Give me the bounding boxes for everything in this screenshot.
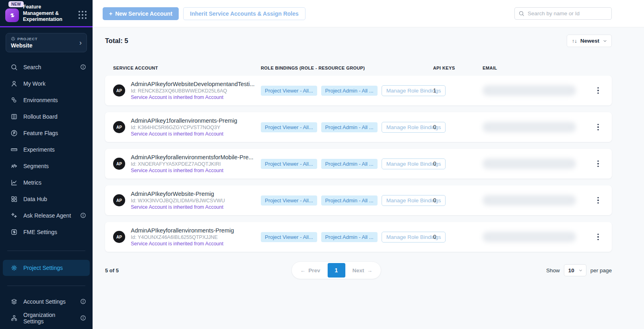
chevron-down-icon <box>603 39 607 43</box>
email-redacted <box>483 195 576 206</box>
sidebar-item-my-work[interactable]: My Work <box>0 75 93 92</box>
sidebar-item-metrics[interactable]: Metrics <box>0 174 93 191</box>
cube-icon <box>11 37 15 41</box>
sidebar-item-rollout-board[interactable]: Rollout Board <box>0 108 93 125</box>
sidebar-item-environments[interactable]: Environments <box>0 92 93 108</box>
content-area: Total: 5 ↑↓ Newest SERVICE ACCOUNT ROLE … <box>93 27 644 329</box>
sort-dropdown[interactable]: ↑↓ Newest <box>567 35 612 47</box>
sidebar-item-organization-settings[interactable]: Organization Settings <box>0 310 93 326</box>
email-redacted <box>483 232 576 242</box>
page-size-select[interactable]: 10 <box>564 264 586 276</box>
inherited-note: Service Account is inherited from Accoun… <box>131 95 255 100</box>
line-chart-icon <box>10 179 18 186</box>
search-input[interactable] <box>514 7 612 20</box>
table-row: AP AdminAPIkeyforallenvironments-Premig … <box>105 222 612 252</box>
role-badge: Project Admin - All ... <box>321 159 378 169</box>
next-page-button[interactable]: Next → <box>345 267 380 273</box>
role-badge: Project Admin - All ... <box>321 86 378 96</box>
table-row: AP AdminAPIkeyforWebsiteDevelopmentandTe… <box>105 76 612 105</box>
row-menu-button[interactable] <box>594 87 602 94</box>
board-columns-icon <box>10 113 18 120</box>
ruler-icon <box>10 146 18 153</box>
table-row: AP AdminAPIkey1forallenvironments-Premig… <box>105 112 612 142</box>
service-account-name: AdminAPIkey1forallenvironments-Premig <box>131 117 237 124</box>
col-email: EMAIL <box>483 66 590 70</box>
search-icon <box>10 64 18 71</box>
service-account-id: Id: K364HIC5RI6GZGYCPVST7NOQ3Y <box>131 125 237 130</box>
row-menu-button[interactable] <box>594 124 602 131</box>
row-menu-button[interactable] <box>594 197 602 204</box>
prev-page-button[interactable]: ← Prev <box>293 267 328 273</box>
service-account-id: Id: Y4OUNXZ46A6IBL6255QTPXJJNE <box>131 234 234 240</box>
chevron-right-icon: › <box>79 39 82 46</box>
sidebar-item-fme-settings[interactable]: FME Settings <box>0 224 93 240</box>
role-badge: Project Viewer - All... <box>261 159 317 169</box>
search-icon <box>518 10 524 16</box>
results-count: 5 of 5 <box>105 267 153 273</box>
row-menu-button[interactable] <box>594 160 602 167</box>
grid-squares-icon <box>10 195 18 203</box>
service-account-id: Id: RENCKBZ3XQ6UBBWWEDKD25L6AQ <box>131 88 255 94</box>
sidebar-item-segments[interactable]: Segments <box>0 158 93 174</box>
show-label: Show <box>546 267 560 273</box>
col-role-bindings: ROLE BINDINGS (ROLE - RESOURCE GROUP) <box>261 66 433 70</box>
inherit-service-accounts-button[interactable]: Inherit Service Accounts & Assign Roles <box>183 7 305 20</box>
app-title: Feature Management & Experimentation <box>23 4 72 23</box>
role-badge: Project Admin - All ... <box>321 232 378 242</box>
col-api-keys: API KEYS <box>433 66 483 70</box>
project-name: Website <box>11 42 37 49</box>
api-keys-count: 0 <box>433 124 483 130</box>
main-area: + New Service Account Inherit Service Ac… <box>93 0 644 329</box>
service-account-name: AdminAPIkeyforallenvironmentsforMobile-P… <box>131 154 254 160</box>
current-page[interactable]: 1 <box>328 263 345 278</box>
inherited-note: Service Account is inherited from Accoun… <box>131 131 237 137</box>
sidebar-nav: Search My Work Environments Rollout Boar… <box>0 59 93 240</box>
email-redacted <box>483 85 576 96</box>
info-icon <box>80 298 86 304</box>
hexagons-icon <box>10 97 18 104</box>
service-account-id: Id: WXK3NVOJBQZILIDMAVBJWCSVWU <box>131 198 225 204</box>
apps-grid-icon[interactable] <box>78 11 87 19</box>
row-menu-button[interactable] <box>594 234 602 241</box>
sidebar-header: NEW Feature Management & Experimentation <box>0 0 93 26</box>
avatar: AP <box>113 231 125 243</box>
api-keys-count: 0 <box>433 234 483 240</box>
divider <box>7 286 85 286</box>
col-service-account: SERVICE ACCOUNT <box>113 66 261 70</box>
app-root: NEW Feature Management & Experimentation… <box>0 0 644 329</box>
inherited-note: Service Account is inherited from Accoun… <box>131 168 254 173</box>
avatar: AP <box>113 121 125 133</box>
sidebar-item-data-hub[interactable]: Data Hub <box>0 191 93 207</box>
divider <box>7 251 85 251</box>
plus-icon: + <box>109 10 112 17</box>
chevron-down-icon <box>578 268 583 273</box>
info-icon <box>80 64 86 70</box>
sidebar-item-project-settings[interactable]: Project Settings <box>3 260 90 276</box>
avatar: AP <box>113 194 125 206</box>
pager: ← Prev 1 Next → <box>291 261 382 279</box>
new-service-account-button[interactable]: + New Service Account <box>103 7 179 20</box>
arrow-left-icon: ← <box>300 267 306 273</box>
role-badge: Project Admin - All ... <box>321 122 378 132</box>
project-label: PROJECT <box>17 37 37 41</box>
api-keys-count: 1 <box>433 87 483 94</box>
avatar: AP <box>113 84 125 97</box>
fme-logo-icon <box>10 228 18 236</box>
sort-arrows-icon: ↑↓ <box>572 38 577 44</box>
sidebar-item-ask-release-agent[interactable]: Ask Release Agent <box>0 207 93 224</box>
layers-gear-icon <box>10 298 18 305</box>
info-icon <box>80 315 86 321</box>
app-logo-icon <box>5 8 19 22</box>
sidebar-item-search[interactable]: Search <box>0 59 93 75</box>
role-badge: Project Admin - All ... <box>321 195 378 206</box>
new-badge: NEW <box>8 1 24 7</box>
flag-circle-icon <box>10 130 18 137</box>
gear-icon <box>10 264 18 271</box>
per-page-label: per page <box>590 267 612 273</box>
sparkles-icon <box>10 212 18 219</box>
project-selector[interactable]: PROJECT Website › <box>6 33 87 52</box>
sidebar-item-feature-flags[interactable]: Feature Flags <box>0 125 93 141</box>
avatar: AP <box>113 158 125 170</box>
sidebar-item-experiments[interactable]: Experiments <box>0 141 93 158</box>
sidebar-item-account-settings[interactable]: Account Settings <box>0 293 93 310</box>
